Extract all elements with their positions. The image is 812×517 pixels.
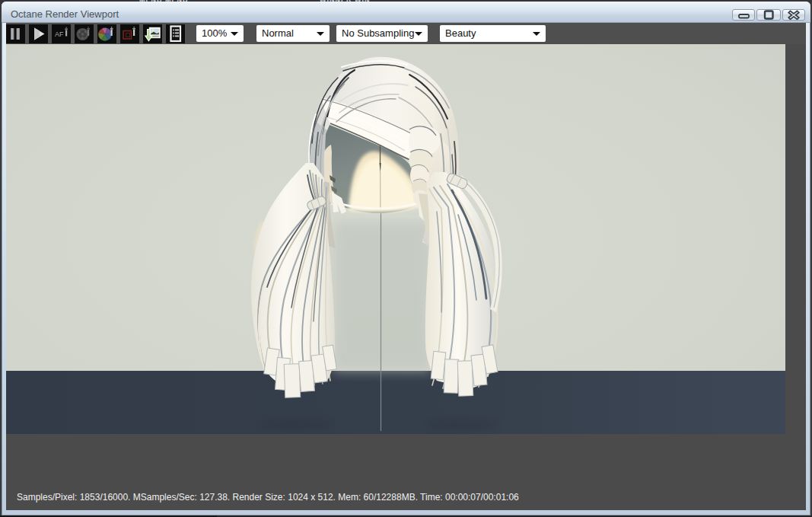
svg-text:AF: AF — [55, 30, 64, 38]
